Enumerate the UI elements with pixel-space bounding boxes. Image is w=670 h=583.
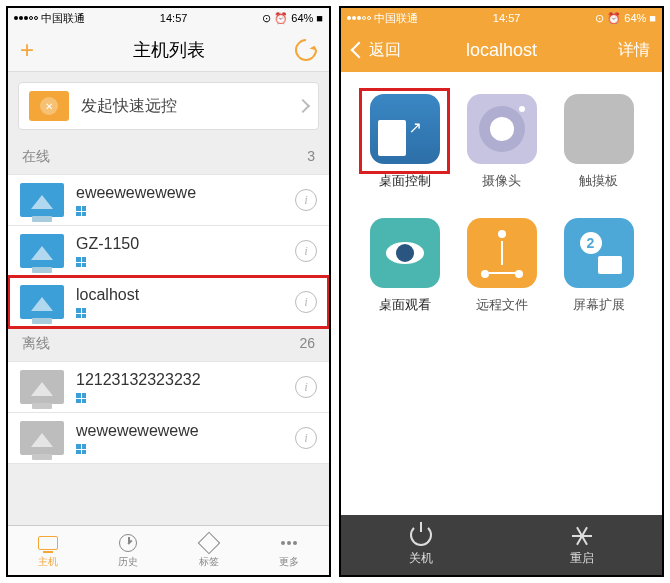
add-icon[interactable]: +: [20, 36, 34, 64]
right-phone: 中国联通 14:57 ⊙ ⏰ 64% ■ 返回 localhost 详情 桌面控…: [339, 6, 664, 577]
signal-dots-icon: [14, 16, 38, 20]
desktop-control-icon: [370, 94, 440, 164]
host-name: GZ-1150: [76, 235, 283, 253]
restart-button[interactable]: 重启: [502, 524, 663, 567]
feature-camera[interactable]: 摄像头: [462, 94, 541, 190]
clock-icon: [119, 534, 137, 552]
back-label: 返回: [369, 40, 401, 61]
tab-label: 主机: [38, 555, 58, 569]
tab-hosts[interactable]: 主机: [8, 526, 88, 575]
host-name: eweewewewewe: [76, 184, 283, 202]
info-icon[interactable]: i: [295, 427, 317, 449]
feature-label: 桌面控制: [379, 172, 431, 190]
bottom-bar: 关机 重启: [341, 515, 662, 575]
power-icon: [410, 524, 432, 546]
section-offline-label: 离线: [22, 335, 50, 353]
host-row-localhost[interactable]: localhost i: [8, 276, 329, 328]
nav-title: 主机列表: [70, 38, 267, 62]
refresh-icon[interactable]: [290, 34, 321, 65]
monitor-icon: [20, 421, 64, 455]
chevron-left-icon: [351, 42, 368, 59]
windows-icon: [76, 393, 86, 403]
shutdown-label: 关机: [409, 550, 433, 567]
feature-desktop-view[interactable]: 桌面观看: [365, 218, 444, 314]
section-offline-header: 离线 26: [8, 327, 329, 361]
host-name: wewewewewewe: [76, 422, 283, 440]
restart-label: 重启: [570, 550, 594, 567]
left-phone: 中国联通 14:57 ⊙ ⏰ 64% ■ + 主机列表 发起快速远控 在线 3 …: [6, 6, 331, 577]
chevron-right-icon: [296, 99, 310, 113]
windows-icon: [76, 206, 86, 216]
status-time: 14:57: [160, 12, 188, 24]
host-row[interactable]: 12123132323232 i: [8, 361, 329, 413]
section-offline-count: 26: [299, 335, 315, 353]
feature-label: 屏幕扩展: [573, 296, 625, 314]
feature-remote-files[interactable]: 远程文件: [462, 218, 541, 314]
detail-label: 详情: [618, 40, 650, 61]
battery-icon: ■: [316, 12, 323, 24]
info-icon[interactable]: i: [295, 291, 317, 313]
monitor-icon: [20, 285, 64, 319]
tab-tags[interactable]: 标签: [169, 526, 249, 575]
info-icon[interactable]: i: [295, 376, 317, 398]
section-online-header: 在线 3: [8, 140, 329, 174]
feature-grid: 桌面控制 摄像头 触摸板 桌面观看 远程文件 屏幕扩展: [341, 72, 662, 515]
screen-ext-icon: [564, 218, 634, 288]
host-row[interactable]: eweewewewewe i: [8, 174, 329, 226]
alarm-icon: ⊙ ⏰: [262, 12, 288, 25]
quick-icon: [29, 91, 69, 121]
more-icon: [281, 541, 297, 545]
status-bar: 中国联通 14:57 ⊙ ⏰ 64% ■: [341, 8, 662, 28]
quick-label: 发起快速远控: [81, 96, 286, 117]
host-row[interactable]: wewewewewewe i: [8, 412, 329, 464]
monitor-icon: [20, 370, 64, 404]
battery-icon: ■: [649, 12, 656, 24]
signal-dots-icon: [347, 16, 371, 20]
monitor-icon: [20, 234, 64, 268]
shutdown-button[interactable]: 关机: [341, 524, 502, 567]
host-name: 12123132323232: [76, 371, 283, 389]
restart-icon: [571, 524, 593, 546]
windows-icon: [76, 257, 86, 267]
feature-label: 摄像头: [482, 172, 521, 190]
battery-label: 64%: [291, 12, 313, 24]
eye-icon: [370, 218, 440, 288]
touchpad-icon: [564, 94, 634, 164]
feature-label: 远程文件: [476, 296, 528, 314]
nav-bar: 返回 localhost 详情: [341, 28, 662, 72]
info-icon[interactable]: i: [295, 240, 317, 262]
host-list: 发起快速远控 在线 3 eweewewewewe i GZ-1150 i: [8, 72, 329, 525]
tab-history[interactable]: 历史: [88, 526, 168, 575]
tab-label: 历史: [118, 555, 138, 569]
windows-icon: [76, 444, 86, 454]
feature-label: 桌面观看: [379, 296, 431, 314]
detail-button[interactable]: 详情: [600, 40, 650, 61]
windows-icon: [76, 308, 86, 318]
camera-icon: [467, 94, 537, 164]
alarm-icon: ⊙ ⏰: [595, 12, 621, 25]
info-icon[interactable]: i: [295, 189, 317, 211]
section-online-label: 在线: [22, 148, 50, 166]
back-button[interactable]: 返回: [353, 40, 403, 61]
nav-title: localhost: [403, 40, 600, 61]
monitor-icon: [20, 183, 64, 217]
feature-desktop-control[interactable]: 桌面控制: [365, 94, 444, 190]
nav-bar: + 主机列表: [8, 28, 329, 72]
files-icon: [467, 218, 537, 288]
tab-label: 更多: [279, 555, 299, 569]
battery-label: 64%: [624, 12, 646, 24]
tab-label: 标签: [199, 555, 219, 569]
carrier-label: 中国联通: [41, 11, 85, 26]
status-time: 14:57: [493, 12, 521, 24]
section-online-count: 3: [307, 148, 315, 166]
tag-icon: [197, 531, 220, 554]
feature-label: 触摸板: [579, 172, 618, 190]
host-row[interactable]: GZ-1150 i: [8, 225, 329, 277]
hosts-icon: [38, 536, 58, 550]
tab-more[interactable]: 更多: [249, 526, 329, 575]
feature-touchpad[interactable]: 触摸板: [559, 94, 638, 190]
status-bar: 中国联通 14:57 ⊙ ⏰ 64% ■: [8, 8, 329, 28]
host-name: localhost: [76, 286, 283, 304]
quick-remote-row[interactable]: 发起快速远控: [18, 82, 319, 130]
feature-screen-ext[interactable]: 屏幕扩展: [559, 218, 638, 314]
